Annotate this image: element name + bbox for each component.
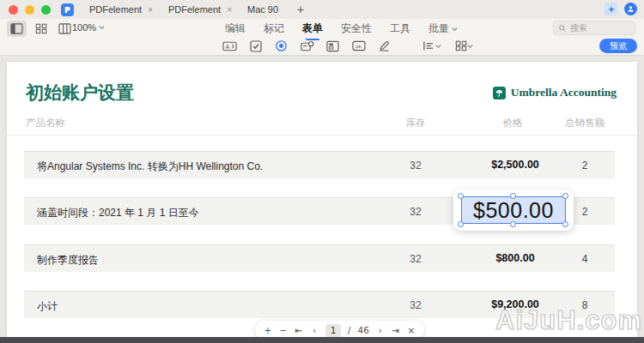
menu-markup[interactable]: 标记	[264, 21, 284, 39]
traffic-lights	[9, 5, 51, 15]
account-icon[interactable]	[624, 3, 637, 15]
cell-stock: 32	[410, 159, 421, 172]
view-mode-group	[7, 21, 75, 37]
list-box-tool-icon[interactable]	[325, 39, 341, 53]
cell-product-name: 将Angular Systems Inc. 转换为HH Wellington C…	[37, 159, 263, 174]
header-stock: 库存	[406, 117, 426, 129]
cell-product-name: 制作季度报告	[37, 253, 99, 268]
resize-handle-bottom-center[interactable]	[510, 221, 516, 227]
push-button-tool-icon[interactable]: ok	[350, 39, 367, 53]
cell-total: 4	[582, 253, 588, 265]
page-title: 初始账户设置	[26, 81, 134, 105]
next-page-button[interactable]: ›	[376, 325, 385, 335]
resize-handle-top-left[interactable]	[458, 193, 464, 199]
cell-stock: 32	[410, 206, 421, 218]
pdf-page[interactable]: 初始账户设置 Umbrella Accounting 产品名称 库存 价格 总销…	[7, 62, 637, 337]
zoom-value: 100%	[72, 22, 96, 33]
ai-assistant-icon[interactable]	[605, 3, 617, 15]
menu-batch[interactable]: 批量	[428, 21, 458, 39]
thumbnail-panel-icon[interactable]	[7, 21, 27, 37]
cell-total: 2	[582, 206, 588, 218]
checkbox-tool-icon[interactable]	[247, 39, 264, 53]
tab-label: PDFelement	[168, 4, 221, 15]
tab-pdfelement-1[interactable]: PDFelement ×	[89, 4, 153, 15]
header-product-name: 产品名称	[26, 117, 65, 129]
resize-handle-bottom-left[interactable]	[458, 221, 464, 227]
last-page-button[interactable]: ⇥	[392, 325, 400, 335]
cell-stock: 32	[410, 253, 421, 265]
chevron-down-icon	[435, 44, 441, 49]
cell-product-name: 小计	[37, 299, 58, 314]
resize-handle-bottom-right[interactable]	[562, 221, 568, 227]
close-window-button[interactable]	[9, 5, 18, 15]
tab-close-icon[interactable]: ×	[148, 5, 153, 15]
menu-edit[interactable]: 编辑	[225, 21, 246, 39]
menu-form[interactable]: 表单	[302, 21, 323, 39]
chevron-down-icon	[99, 25, 105, 30]
search-input[interactable]	[570, 23, 630, 33]
menu-security[interactable]: 安全性	[341, 21, 372, 39]
main-menu: 编辑 标记 表单 安全性 工具 批量	[225, 21, 458, 39]
preview-button[interactable]: 预览	[599, 39, 637, 53]
page-separator: /	[348, 325, 351, 335]
document-canvas: 初始账户设置 Umbrella Accounting 产品名称 库存 价格 总销…	[0, 56, 644, 343]
umbrella-icon	[493, 87, 506, 99]
tab-label: Mac 90	[247, 4, 278, 15]
zoom-level-dropdown[interactable]: 100%	[72, 22, 105, 33]
cell-stock: 32	[410, 299, 421, 311]
svg-text:A: A	[226, 43, 230, 49]
tab-label: PDFelement	[89, 4, 142, 15]
watermark: AiJuH.com	[495, 305, 642, 336]
text-field-tool-icon[interactable]: A	[222, 39, 238, 53]
selected-field-card: $500.00	[453, 190, 574, 231]
form-tools: A ok	[222, 39, 476, 53]
total-pages: 46	[358, 325, 369, 335]
resize-handle-top-right[interactable]	[562, 193, 568, 199]
table-row[interactable]: 将Angular Systems Inc. 转换为HH Wellington C…	[24, 151, 615, 178]
brand-logo: Umbrella Accounting	[493, 86, 617, 99]
header-total-sales: 总销售额	[565, 117, 605, 129]
app-window: PDFelement × PDFelement × Mac 90 +	[0, 0, 644, 343]
tab-pdfelement-2[interactable]: PDFelement ×	[168, 4, 232, 15]
zoom-in-button[interactable]: +	[264, 325, 272, 335]
selected-price-field[interactable]: $500.00	[461, 196, 566, 224]
toolbar: 100% 编辑 标记 表单 安全性 工具 批量 A	[0, 19, 644, 56]
signature-tool-icon[interactable]	[376, 39, 392, 53]
zoom-window-button[interactable]	[41, 5, 51, 15]
chevron-down-icon	[452, 27, 458, 32]
grid-view-icon[interactable]	[31, 21, 51, 37]
app-logo-icon	[61, 3, 74, 16]
new-tab-button[interactable]: +	[297, 3, 304, 16]
minimize-window-button[interactable]	[25, 5, 34, 15]
close-pager-button[interactable]: ×	[407, 325, 416, 335]
search-box[interactable]	[553, 21, 635, 35]
radio-button-tool-icon[interactable]	[273, 39, 289, 53]
header-price: 价格	[503, 117, 523, 129]
table-row[interactable]: 制作季度报告 32 $800.00 4	[24, 244, 615, 272]
titlebar: PDFelement × PDFelement × Mac 90 +	[0, 0, 644, 19]
combo-box-tool-icon[interactable]	[299, 39, 315, 53]
svg-text:ok: ok	[355, 44, 361, 49]
first-page-button[interactable]: ⇤	[295, 325, 303, 335]
cell-total: 2	[582, 159, 588, 172]
more-tools-icon[interactable]	[453, 39, 476, 53]
previous-page-button[interactable]: ‹	[310, 325, 319, 335]
cell-price[interactable]: $2,500.00	[491, 159, 539, 171]
alignment-tool-icon[interactable]	[420, 39, 443, 53]
zoom-out-button[interactable]: −	[279, 325, 288, 335]
tab-mac-90[interactable]: Mac 90	[247, 4, 278, 15]
resize-handle-top-center[interactable]	[510, 193, 516, 199]
window-bottom-edge	[0, 337, 644, 343]
current-page-input[interactable]: 1	[325, 324, 341, 337]
chevron-down-icon	[467, 44, 473, 49]
tab-close-icon[interactable]: ×	[227, 5, 232, 15]
brand-name: Umbrella Accounting	[511, 86, 617, 99]
cell-price[interactable]: $800.00	[495, 252, 534, 264]
search-icon	[558, 24, 567, 33]
cell-product-name: 涵盖时间段：2021 年 1 月 1 日至今	[37, 206, 199, 220]
menu-tools[interactable]: 工具	[390, 21, 410, 39]
table-header: 产品名称 库存 价格 总销售额	[7, 117, 637, 135]
